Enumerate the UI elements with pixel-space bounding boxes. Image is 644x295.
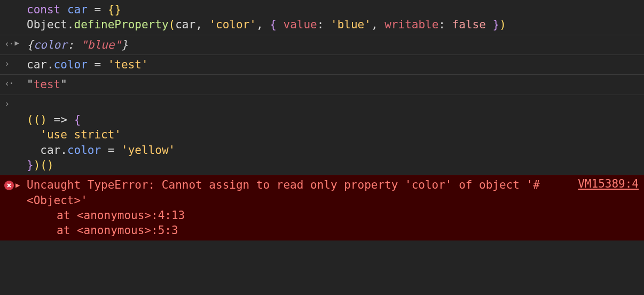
braces: {} [108, 3, 121, 16]
prop-color: color [67, 144, 101, 157]
console-input-row[interactable]: › (() => { 'use strict' car.color = 'yel… [0, 95, 644, 175]
string-test: 'test' [108, 58, 148, 71]
key-value: value [284, 18, 317, 31]
error-source-link[interactable]: VM15389:4 [567, 177, 639, 190]
colon: : [67, 38, 81, 51]
error-icon [4, 181, 14, 190]
console-output-row[interactable]: ‹· ▶ {color: "blue"} [0, 35, 644, 55]
gutter: › [4, 57, 27, 69]
code-content: (() => { 'use strict' car.color = 'yello… [27, 97, 639, 173]
identifier-car: car [40, 144, 60, 157]
paren-close: ) [499, 18, 506, 31]
arrow: => [47, 113, 74, 126]
identifier-car: car [27, 58, 47, 71]
colon: : [438, 18, 452, 31]
preview-value: "blue" [81, 38, 121, 51]
paren-open: (() [27, 113, 47, 126]
comma: , [195, 18, 209, 31]
brace-close: } [486, 18, 499, 31]
equals: = [88, 58, 108, 71]
dot: . [60, 144, 67, 157]
brace: { [27, 38, 34, 51]
output-prompt-icon: ‹· [4, 38, 13, 49]
string-value: test [34, 78, 61, 91]
output-prompt-icon: ‹· [4, 78, 13, 89]
object-global: Object [27, 18, 67, 31]
stack-frame: at <anonymous>:5:3 [57, 224, 178, 237]
string-color: 'color' [209, 18, 256, 31]
dot: . [67, 18, 74, 31]
brace-close: } [27, 159, 34, 172]
paren-open: ( [169, 18, 176, 31]
brace-open: { [74, 113, 81, 126]
brace: } [121, 38, 128, 51]
code-content: car.color = 'test' [27, 57, 639, 72]
dot: . [47, 58, 54, 71]
string-use-strict: 'use strict' [40, 128, 121, 141]
method-name: defineProperty [74, 18, 169, 31]
paren-close-call: )() [34, 159, 54, 172]
error-message: Uncaught TypeError: Cannot assign to rea… [27, 177, 567, 238]
expand-icon[interactable]: ▶ [14, 38, 19, 47]
string-yellow: 'yellow' [121, 144, 175, 157]
string-blue: 'blue' [331, 18, 371, 31]
expand-icon[interactable]: ▶ [15, 181, 20, 189]
colon: : [317, 18, 331, 31]
key-writable: writable [384, 18, 438, 31]
comma: , [371, 18, 384, 31]
object-preview[interactable]: {color: "blue"} [27, 37, 639, 52]
gutter: ‹· ▶ [4, 37, 27, 49]
keyword-const: const [27, 3, 60, 16]
console-output-row[interactable]: ‹· "test" [0, 75, 644, 95]
input-prompt-icon: › [4, 58, 10, 69]
input-prompt-icon: › [4, 98, 10, 109]
stack-frame: at <anonymous>:4:13 [57, 209, 185, 222]
equals: = [88, 3, 108, 16]
arg-car: car [175, 18, 195, 31]
gutter: › [4, 97, 27, 109]
equals: = [101, 144, 121, 157]
gutter: › [4, 2, 27, 14]
console-input-row[interactable]: › car.color = 'test' [0, 55, 644, 75]
console-error-row[interactable]: ▶ Uncaught TypeError: Cannot assign to r… [0, 175, 644, 240]
gutter: ‹· [4, 77, 27, 89]
bool-false: false [452, 18, 486, 31]
prop-color: color [54, 58, 88, 71]
comma: , [256, 18, 270, 31]
code-content: const car = {} Object.defineProperty(car… [27, 2, 639, 33]
console-input-row[interactable]: › const car = {} Object.defineProperty(c… [0, 0, 644, 35]
output-value: "test" [27, 77, 639, 92]
identifier-car: car [67, 3, 88, 16]
brace-open: { [270, 18, 283, 31]
gutter: ▶ [4, 177, 27, 190]
preview-key: color [34, 38, 67, 51]
